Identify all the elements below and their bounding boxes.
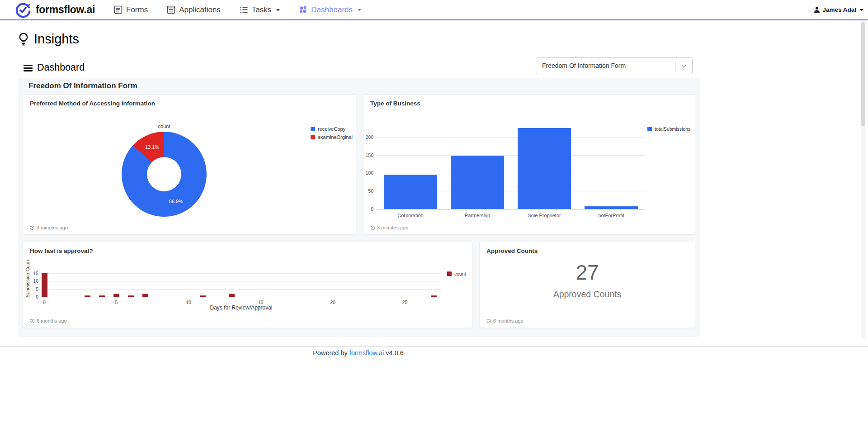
form-select[interactable]: Freedom Of Information Form	[536, 57, 693, 74]
chevron-down-icon	[860, 9, 863, 11]
footer: Powered by formsflow.ai v4.0.6	[0, 349, 717, 357]
clock-history-icon	[370, 225, 375, 230]
gridline	[377, 173, 645, 173]
donut-chart[interactable]: 86.9%13.1%	[122, 132, 207, 217]
y-tick-label: 100	[363, 170, 373, 176]
page-title: Insights	[34, 32, 79, 47]
card-approved-counts: Approved Counts 27 Approved Counts 6 mon…	[479, 242, 695, 328]
approval-plot[interactable]: 0510150510152025	[23, 242, 472, 328]
business-plot[interactable]: 050100150200CorporationPartnershipSole P…	[363, 95, 695, 234]
dashboard-panel: Freedom Of Information Form Preferred Me…	[18, 78, 700, 337]
brand-home-link[interactable]: formsflow.ai	[14, 1, 95, 19]
x-axis-label: Days for Review/Approval	[41, 305, 441, 311]
nav-forms[interactable]: Forms	[114, 5, 148, 14]
bar-notForProfit	[585, 206, 638, 209]
scrollbar-thumb[interactable]	[861, 22, 865, 126]
nav-dashboards-label: Dashboards	[311, 5, 353, 14]
card-approval-speed: How fast is approval? Submission Coun 05…	[23, 242, 472, 328]
chart-timestamp: 3 minutes ago	[30, 225, 68, 230]
bar	[42, 273, 47, 297]
timestamp-text: 6 months ago	[37, 318, 67, 324]
brand-name: formsflow.ai	[36, 4, 95, 16]
nav-forms-label: Forms	[126, 5, 148, 14]
gridline	[377, 137, 645, 138]
dashboards-icon	[299, 5, 307, 14]
donut-value-label: 13.1%	[145, 144, 159, 150]
chart-timestamp: 3 minutes ago	[370, 225, 408, 230]
x-tick-label: Corporation	[378, 213, 443, 218]
stat-value: 27	[480, 260, 695, 285]
user-name: James Adal	[822, 6, 856, 13]
chevron-down-icon	[276, 9, 280, 11]
bar	[99, 295, 105, 297]
bar-Partnership	[451, 156, 504, 209]
bar	[128, 295, 134, 297]
gridline	[41, 289, 441, 290]
x-tick-label: Sole Proprietor	[512, 213, 577, 218]
applications-icon	[167, 5, 175, 14]
tasks-icon	[240, 5, 248, 14]
y-tick-label: 200	[363, 134, 373, 140]
chart-timestamp: 6 months ago	[486, 318, 524, 324]
bar-Sole Proprietor	[518, 128, 571, 209]
chart-legend: totalSubmissions	[647, 126, 690, 134]
footer-link[interactable]: formsflow.ai	[349, 349, 384, 357]
insights-header: Insights	[18, 32, 79, 47]
legend-label: count	[454, 271, 466, 276]
x-tick-label: notForProfit	[579, 213, 644, 218]
legend-label: examineOrginal	[318, 134, 353, 140]
legend-item[interactable]: totalSubmissions	[647, 126, 690, 132]
form-select-value: Freedom Of Information Form	[542, 58, 626, 74]
card-preferred-method: Preferred Method of Accessing Informatio…	[23, 94, 356, 235]
bar	[200, 295, 206, 297]
footer-prefix: Powered by	[313, 349, 348, 357]
gridline	[41, 297, 441, 297]
nav-dashboards[interactable]: Dashboards	[299, 5, 361, 14]
clock-history-icon	[30, 319, 35, 324]
app-root: formsflow.ai Forms Applications Tasks	[0, 0, 868, 438]
nav-tasks-label: Tasks	[252, 5, 271, 14]
legend-swatch	[311, 135, 315, 139]
y-tick-label: 5	[23, 286, 38, 292]
bar	[85, 295, 90, 297]
y-tick-label: 50	[363, 188, 373, 194]
legend-item[interactable]: count	[447, 271, 466, 276]
chevron-down-icon	[681, 65, 686, 68]
donut-value-label: 86.9%	[169, 199, 183, 204]
clock-history-icon	[486, 319, 491, 324]
donut-center-label: count	[122, 124, 207, 129]
bar	[142, 294, 148, 297]
menu-toggle-icon[interactable]	[24, 65, 33, 73]
gridline	[41, 281, 441, 281]
user-menu[interactable]: James Adal	[814, 6, 863, 13]
gridline	[41, 273, 441, 274]
formsflow-logo-icon	[14, 1, 32, 19]
stat-label: Approved Counts	[480, 289, 695, 300]
section-title: Dashboard	[37, 62, 85, 73]
nav-applications[interactable]: Applications	[167, 5, 221, 14]
legend-label: totalSubmissions	[655, 126, 690, 132]
select-divider	[675, 62, 676, 71]
timestamp-text: 3 minutes ago	[377, 225, 408, 230]
nav-tasks[interactable]: Tasks	[240, 5, 280, 14]
chart-legend: count	[447, 271, 466, 279]
legend-item[interactable]: examineOrginal	[311, 134, 353, 140]
timestamp-text: 6 months ago	[493, 318, 524, 324]
legend-swatch	[311, 127, 315, 131]
user-icon	[814, 6, 820, 13]
forms-icon	[114, 5, 123, 14]
gridline	[377, 209, 645, 209]
scrollbar[interactable]	[861, 21, 865, 338]
legend-swatch	[447, 271, 452, 276]
chart-title: Preferred Method of Accessing Informatio…	[30, 100, 155, 107]
footer-version: v4.0.6	[386, 349, 404, 357]
y-tick-label: 15	[23, 271, 38, 276]
y-tick-label: 0	[23, 294, 38, 300]
timestamp-text: 3 minutes ago	[37, 225, 68, 230]
lightbulb-icon	[18, 32, 29, 47]
nav-applications-label: Applications	[179, 5, 221, 14]
legend-label: receiveCopy	[318, 126, 345, 132]
legend-item[interactable]: receiveCopy	[311, 126, 353, 132]
y-tick-label: 10	[23, 278, 38, 284]
bar	[113, 294, 119, 297]
